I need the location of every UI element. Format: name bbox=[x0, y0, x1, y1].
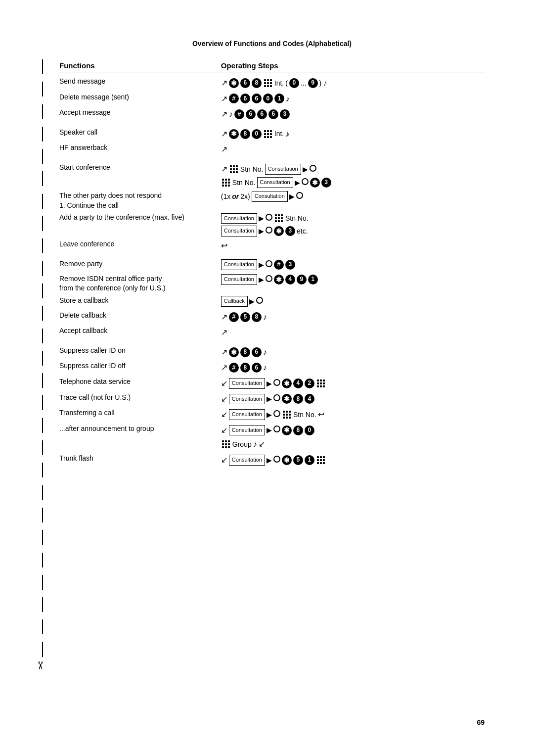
function-text: Transferring a call bbox=[59, 409, 115, 417]
function-cell: Start conference bbox=[59, 161, 221, 173]
table-row: Store a callbackCallback▶ bbox=[59, 294, 485, 308]
op-line: ↗✱68Int. (0...9)♪ bbox=[221, 77, 327, 90]
text-label: Stn No. bbox=[240, 164, 264, 175]
circle-filled-icon: 0 bbox=[263, 94, 273, 103]
operation-cell: Consultation▶#3 bbox=[221, 258, 485, 271]
function-text: The other party does not respond bbox=[59, 191, 162, 199]
circle-filled-icon: 6 bbox=[240, 94, 250, 103]
dot-icon bbox=[302, 177, 309, 188]
circle-filled-icon: 2 bbox=[305, 378, 314, 388]
page-container: ✂ Overview of Functions and Codes (Alpha… bbox=[0, 0, 534, 756]
table-row: HF answerback↗ bbox=[59, 142, 485, 156]
operation-cell: ↗ bbox=[221, 142, 485, 156]
function-text: 1. Continue the call bbox=[59, 201, 119, 209]
table-row: Start conference↗ Stn No. Consultation▶ … bbox=[59, 161, 485, 189]
circle-filled-icon: 8 bbox=[240, 129, 250, 139]
operation-cell: Consultation▶ Stn No. Consultation▶✱3 et… bbox=[221, 211, 485, 237]
op-line: Callback▶ bbox=[221, 296, 263, 307]
op-line: Group ♪↙ bbox=[221, 438, 265, 451]
note-icon: ♪ bbox=[286, 93, 290, 105]
op-line: ↗✱86♪ bbox=[221, 346, 267, 359]
op-line: ↙Consultation▶ Stn No. ↩ bbox=[221, 408, 324, 421]
function-text: Telephone data service bbox=[59, 378, 131, 385]
text-label: Stn No. bbox=[232, 177, 256, 188]
arrow-icon: ▶ bbox=[295, 177, 300, 188]
arrow-icon: ▶ bbox=[259, 274, 264, 285]
arrow-icon: ▶ bbox=[259, 259, 264, 270]
circle-filled-icon: 6 bbox=[246, 109, 256, 119]
circle-filled-icon: 5 bbox=[293, 455, 303, 465]
text-label: or bbox=[232, 191, 239, 202]
function-text: Start conference bbox=[59, 163, 110, 171]
arrow-icon: ▶ bbox=[267, 425, 272, 435]
circle-filled-icon: 0 bbox=[289, 78, 299, 88]
circle-filled-icon: 8 bbox=[252, 312, 262, 322]
table-row: Accept callback↗ bbox=[59, 325, 485, 339]
arrow-icon: ▶ bbox=[249, 296, 255, 307]
function-cell: Remove party bbox=[59, 258, 221, 269]
star-icon: ✱ bbox=[282, 425, 292, 435]
page-number: 69 bbox=[477, 718, 485, 726]
circle-filled-icon: 6 bbox=[252, 363, 262, 373]
lift-handset-icon: ↗ bbox=[221, 77, 227, 90]
arrow-icon: ▶ bbox=[267, 378, 272, 389]
operation-cell: ↙Consultation▶✱42 bbox=[221, 376, 485, 390]
operation-cell: (1x or 2x)Consultation▶ bbox=[221, 189, 485, 202]
lift-handset-icon: ↗ bbox=[221, 326, 227, 339]
function-cell: Accept message bbox=[59, 106, 221, 118]
circle-filled-icon: 0 bbox=[305, 425, 314, 435]
badge-label: Consultation bbox=[221, 226, 257, 236]
function-cell: ...after announcement to group bbox=[59, 423, 221, 434]
dot-icon bbox=[266, 274, 272, 285]
note-icon: ♪ bbox=[229, 108, 233, 121]
operation-cell: ↗✱68Int. (0...9)♪ bbox=[221, 75, 485, 90]
circle-filled-icon: 6 bbox=[252, 347, 262, 357]
badge-label: Consultation bbox=[229, 378, 265, 389]
phone-down-icon: ↙ bbox=[221, 454, 227, 467]
left-border-marks bbox=[42, 59, 43, 657]
star-icon: ✱ bbox=[282, 378, 292, 388]
function-text: ...after announcement to group bbox=[59, 425, 154, 432]
operation-cell: ↗ bbox=[221, 325, 485, 339]
dot-icon bbox=[266, 259, 272, 270]
operation-cell: ↗#58♪ bbox=[221, 309, 485, 324]
badge-label: Consultation bbox=[252, 191, 288, 202]
phone-down-icon: ↙ bbox=[259, 438, 265, 451]
operation-cell: ↩ bbox=[221, 238, 485, 253]
table-row: Telephone data service↙Consultation▶✱42 bbox=[59, 376, 485, 390]
keypad-icon bbox=[230, 165, 238, 173]
function-text: Suppress caller ID off bbox=[59, 362, 126, 370]
text-label: ( bbox=[285, 78, 288, 89]
text-label: Stn No. bbox=[285, 213, 309, 224]
dot-icon bbox=[310, 164, 316, 175]
star-icon: ✱ bbox=[274, 226, 284, 236]
table-row: Trace call (not for U.S.)↙Consultation▶✱… bbox=[59, 391, 485, 406]
function-text: Delete callback bbox=[59, 311, 106, 319]
table-row: Trunk flash↙Consultation▶✱51 bbox=[59, 452, 485, 467]
keypad-icon bbox=[283, 411, 291, 419]
arrow-icon: ▶ bbox=[267, 455, 272, 466]
table-row: Add a party to the conference (max. five… bbox=[59, 211, 485, 237]
badge-label: Callback bbox=[221, 296, 248, 307]
circle-filled-icon: 8 bbox=[240, 363, 250, 373]
hash-icon: # bbox=[229, 312, 239, 322]
note-icon: ♪ bbox=[253, 438, 257, 451]
keypad-icon bbox=[222, 179, 230, 187]
op-line: (1x or 2x)Consultation▶ bbox=[221, 191, 303, 202]
text-label: Stn No. bbox=[293, 409, 316, 420]
text-label: ) bbox=[319, 78, 322, 89]
operation-cell: ↗✱86♪ bbox=[221, 344, 485, 359]
circle-filled-icon: 6 bbox=[252, 94, 262, 103]
op-line: ↙Consultation▶✱51 bbox=[221, 454, 326, 467]
table-row: Suppress caller ID off↗#86♪ bbox=[59, 360, 485, 375]
text-label: Group bbox=[232, 439, 252, 450]
table-row: Speaker call↗✱80Int. ♪ bbox=[59, 126, 485, 141]
op-line: ↗ bbox=[221, 326, 227, 339]
function-cell: Telephone data service bbox=[59, 376, 221, 387]
op-line: Consultation▶✱491 bbox=[221, 274, 318, 285]
function-cell: Delete callback bbox=[59, 309, 221, 321]
star-icon: ✱ bbox=[274, 275, 284, 284]
op-line: ↙Consultation▶✱42 bbox=[221, 377, 326, 390]
badge-label: Consultation bbox=[221, 259, 257, 270]
function-text: Trace call (not for U.S.) bbox=[59, 393, 131, 401]
